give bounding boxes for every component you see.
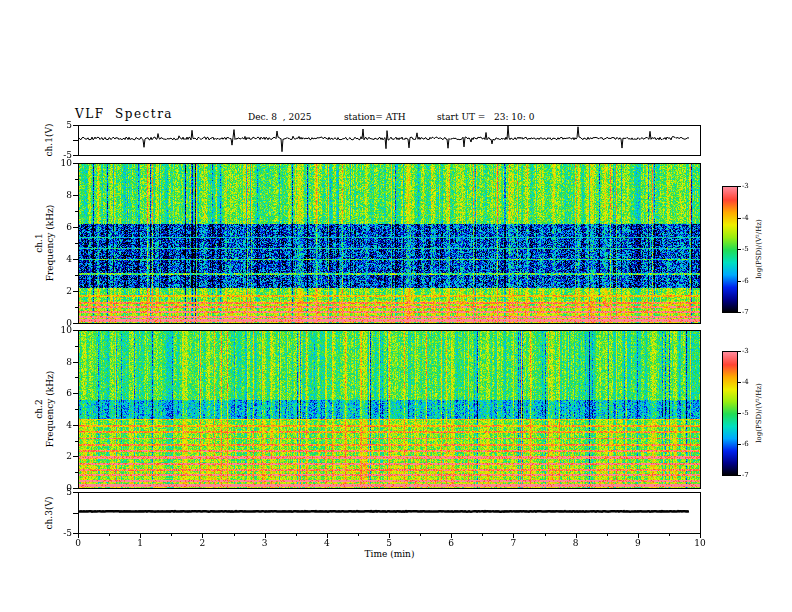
colorbar-tick-label: -5	[742, 409, 749, 417]
y-tick-label: 6	[54, 389, 72, 398]
ch1-frequency-axis-label: ch.1Frequency (kHz)	[34, 205, 56, 282]
ch3-waveform-panel	[78, 492, 701, 534]
x-major-tick	[638, 534, 639, 538]
colorbar-tick-label: -4	[742, 378, 749, 386]
ch3-waveform-canvas	[79, 493, 700, 533]
x-minor-tick	[234, 534, 235, 536]
ch3-voltage-axis-label: ch.3(V)	[44, 497, 55, 530]
y-tick-label: 8	[54, 191, 72, 200]
ch1-waveform-canvas	[79, 126, 700, 155]
x-major-tick	[78, 534, 79, 538]
figure-title: VLF Spectra	[75, 107, 173, 121]
colorbar-tick-label: -3	[742, 347, 749, 355]
x-major-tick	[576, 534, 577, 538]
vlf-spectra-figure: VLF Spectra Dec. 8 , 2025 station= ATH s…	[0, 0, 792, 612]
colorbar-tick-label: -6	[742, 277, 749, 285]
y-tick-label: 0	[54, 484, 72, 493]
header-start-ut: start UT = 23: 10: 0	[437, 112, 534, 122]
x-tick-label: 0	[68, 539, 88, 548]
x-tick-label: 10	[690, 539, 710, 548]
ch1-voltage-axis-label: ch.1(V)	[44, 124, 55, 157]
x-tick-label: 8	[566, 539, 586, 548]
x-major-tick	[140, 534, 141, 538]
y-tick-label: 4	[54, 421, 72, 430]
x-tick-label: 4	[317, 539, 337, 548]
colorbar-ch2-label: log(PSD)/(V²/Hz)	[755, 383, 763, 442]
header-date: Dec. 8 , 2025	[248, 112, 311, 122]
y-tick-label: 5	[54, 121, 72, 130]
colorbar-tick	[738, 351, 741, 352]
x-minor-tick	[358, 534, 359, 536]
colorbar-ch1	[722, 186, 738, 313]
x-tick-label: 3	[255, 539, 275, 548]
ch1-spectrogram-canvas	[79, 164, 700, 323]
colorbar-ch2-canvas	[723, 352, 737, 475]
x-minor-tick	[607, 534, 608, 536]
x-major-tick	[513, 534, 514, 538]
x-major-tick	[700, 534, 701, 538]
ch2-frequency-axis-label: ch.2Frequency (kHz)	[34, 371, 56, 448]
x-tick-label: 7	[503, 539, 523, 548]
x-tick-label: 1	[130, 539, 150, 548]
ch2-spectrogram-panel	[78, 330, 701, 489]
x-minor-tick	[420, 534, 421, 536]
colorbar-tick-label: -7	[742, 471, 749, 479]
colorbar-tick	[738, 281, 741, 282]
y-tick-label: 4	[54, 255, 72, 264]
x-major-tick	[451, 534, 452, 538]
ch2-axis-label-line1: ch.2	[34, 399, 44, 418]
x-tick-label: 5	[379, 539, 399, 548]
colorbar-tick-label: -4	[742, 214, 749, 222]
colorbar-tick-label: -6	[742, 440, 749, 448]
ch1-spectrogram-panel	[78, 163, 701, 324]
x-minor-tick	[669, 534, 670, 536]
ch1-waveform-panel	[78, 125, 701, 156]
y-tick-label: 8	[54, 358, 72, 367]
x-major-tick	[327, 534, 328, 538]
colorbar-tick	[738, 382, 741, 383]
x-tick-label: 9	[628, 539, 648, 548]
colorbar-tick-label: -3	[742, 182, 749, 190]
ch1-axis-label-line1: ch.1	[34, 233, 44, 252]
x-minor-tick	[296, 534, 297, 536]
y-tick-label: 10	[54, 326, 72, 335]
ch2-axis-label-line2: Frequency (kHz)	[45, 371, 55, 448]
colorbar-tick	[738, 475, 741, 476]
colorbar-tick-label: -7	[742, 308, 749, 316]
y-tick-label: 2	[54, 452, 72, 461]
colorbar-tick	[738, 249, 741, 250]
x-minor-tick	[482, 534, 483, 536]
y-tick-label: 2	[54, 287, 72, 296]
y-tick-label: 10	[54, 159, 72, 168]
colorbar-ch1-canvas	[723, 187, 737, 312]
x-major-tick	[389, 534, 390, 538]
x-axis-label: Time (min)	[78, 549, 701, 559]
header-station: station= ATH	[344, 112, 406, 122]
colorbar-tick	[738, 186, 741, 187]
colorbar-tick	[738, 312, 741, 313]
colorbar-tick	[738, 413, 741, 414]
y-tick-label: -5	[54, 151, 72, 160]
ch2-spectrogram-canvas	[79, 331, 700, 488]
y-tick-label: 0	[54, 319, 72, 328]
x-minor-tick	[545, 534, 546, 536]
colorbar-ch2	[722, 351, 738, 476]
colorbar-tick	[738, 218, 741, 219]
y-tick-label: 6	[54, 223, 72, 232]
x-tick-label: 2	[192, 539, 212, 548]
ch1-axis-label-line2: Frequency (kHz)	[45, 205, 55, 282]
colorbar-ch1-label: log(PSD)/(V²/Hz)	[755, 219, 763, 278]
y-tick-label: -5	[54, 529, 72, 538]
x-minor-tick	[109, 534, 110, 536]
y-tick-label: 5	[54, 488, 72, 497]
colorbar-tick-label: -5	[742, 245, 749, 253]
x-tick-label: 6	[441, 539, 461, 548]
x-major-tick	[265, 534, 266, 538]
x-major-tick	[202, 534, 203, 538]
colorbar-tick	[738, 444, 741, 445]
x-minor-tick	[171, 534, 172, 536]
